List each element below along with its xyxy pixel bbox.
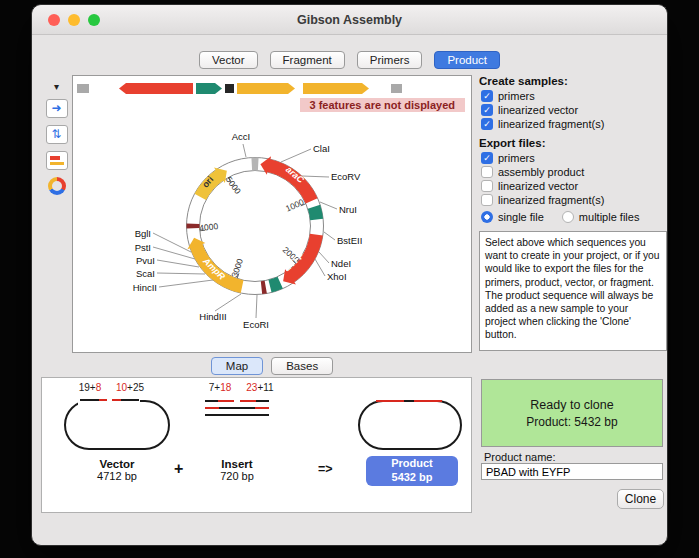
- zoom-button[interactable]: [88, 14, 100, 26]
- radio-button[interactable]: [481, 211, 493, 223]
- options-panel: Create samples: ✓primers✓linearized vect…: [479, 75, 667, 351]
- vector-bp: 4712 bp: [64, 470, 170, 482]
- radio-label: multiple files: [579, 211, 640, 223]
- enzyme-label: XhoI: [327, 271, 347, 282]
- close-button[interactable]: [48, 14, 60, 26]
- checkbox-label: linearized fragment(s): [498, 118, 604, 130]
- radio-multiple-files[interactable]: multiple files: [562, 211, 640, 223]
- arrow-operator: =>: [318, 462, 333, 476]
- plasmid-feature[interactable]: [261, 287, 265, 288]
- radio-label: single file: [498, 211, 544, 223]
- product-name-label: Product name:: [484, 451, 556, 463]
- strands-icon[interactable]: ⇅: [46, 125, 68, 144]
- enzyme-label: NruI: [339, 204, 357, 215]
- minimize-button[interactable]: [68, 14, 80, 26]
- linear-feature[interactable]: [225, 84, 234, 93]
- checkbox[interactable]: [481, 166, 493, 178]
- checkbox[interactable]: ✓: [481, 90, 493, 102]
- insert-caption: Insert 720 bp: [189, 458, 285, 482]
- import-sequence-icon[interactable]: ➜: [46, 99, 68, 118]
- linear-feature-row: [77, 83, 467, 96]
- checkbox-label: primers: [498, 90, 535, 102]
- export-linearized-fragment-s-[interactable]: linearized fragment(s): [481, 194, 667, 206]
- enzyme-line: [281, 149, 311, 162]
- export-primers[interactable]: ✓primers: [481, 152, 667, 164]
- product-label: Product: [391, 457, 433, 471]
- insert-bp: 720 bp: [189, 470, 285, 482]
- tick-label: 3000: [229, 257, 245, 278]
- checkbox-label: linearized vector: [498, 180, 578, 192]
- create-samples-list: ✓primers✓linearized vector✓linearized fr…: [479, 90, 667, 130]
- linear-feature[interactable]: [119, 83, 193, 94]
- vector-label: Vector: [64, 458, 170, 470]
- product-shape: [358, 400, 462, 450]
- enzyme-label: EcoRI: [243, 319, 269, 330]
- help-paragraph: Select above which sequences you want to…: [485, 236, 661, 289]
- tab-primers[interactable]: Primers: [357, 51, 423, 69]
- enzyme-line: [215, 294, 241, 311]
- view-button-bases[interactable]: Bases: [271, 357, 333, 375]
- linear-feature[interactable]: [77, 84, 89, 93]
- tab-fragment[interactable]: Fragment: [270, 51, 345, 69]
- checkbox-label: assembly product: [498, 166, 584, 178]
- enzyme-line: [153, 233, 191, 252]
- features-icon[interactable]: [46, 151, 68, 170]
- file-mode-radios: single filemultiple files: [481, 211, 667, 223]
- enzyme-line: [159, 280, 213, 287]
- tick-label: 5000: [224, 175, 243, 196]
- collapse-arrow-icon[interactable]: ▾: [54, 81, 59, 92]
- view-button-map[interactable]: Map: [211, 357, 263, 375]
- export-linearized-vector[interactable]: linearized vector: [481, 180, 667, 192]
- side-toolbar: ▾➜⇅: [43, 81, 70, 195]
- product-name-input[interactable]: [481, 463, 663, 480]
- insert-primer-label-right: 23+11: [238, 382, 282, 393]
- checkbox[interactable]: ✓: [481, 104, 493, 116]
- create-linearized-fragment-s-[interactable]: ✓linearized fragment(s): [481, 118, 667, 130]
- enzyme-label: HindIII: [199, 311, 226, 322]
- create-primers[interactable]: ✓primers: [481, 90, 667, 102]
- checkbox-label: primers: [498, 152, 535, 164]
- checkbox[interactable]: [481, 180, 493, 192]
- enzyme-line: [256, 295, 257, 318]
- tab-bar: VectorFragmentPrimersProduct: [32, 51, 667, 69]
- vector-primer-label-right: 10+25: [110, 382, 150, 393]
- radio-single-file[interactable]: single file: [481, 211, 544, 223]
- checkbox-label: linearized fragment(s): [498, 194, 604, 206]
- circular-map-icon[interactable]: [48, 177, 66, 195]
- assembly-diagram-panel: 19+8 10+25 Vector 4712 bp + 7+18 23+11 I…: [41, 377, 472, 513]
- checkbox[interactable]: ✓: [481, 152, 493, 164]
- plasmid-map[interactable]: 10002000300040005000AccIClaIEcoRVNruIBst…: [93, 116, 423, 351]
- radio-button[interactable]: [562, 211, 574, 223]
- window-title: Gibson Assembly: [32, 5, 667, 35]
- status-box: Ready to clone Product: 5432 bp: [481, 379, 663, 447]
- enzyme-label: ScaI: [136, 268, 155, 279]
- checkbox-label: linearized vector: [498, 104, 578, 116]
- create-linearized-vector[interactable]: ✓linearized vector: [481, 104, 667, 116]
- enzyme-label: NdeI: [331, 258, 351, 269]
- vector-primer-label-left: 19+8: [72, 382, 108, 393]
- plasmid-feature[interactable]: [270, 283, 280, 287]
- export-assembly-product[interactable]: assembly product: [481, 166, 667, 178]
- help-text: Select above which sequences you want to…: [479, 231, 667, 351]
- linear-feature[interactable]: [303, 83, 369, 94]
- linear-feature[interactable]: [391, 84, 402, 93]
- insert-label: Insert: [189, 458, 285, 470]
- tab-vector[interactable]: Vector: [199, 51, 258, 69]
- titlebar: Gibson Assembly: [32, 5, 667, 35]
- enzyme-line: [315, 259, 325, 276]
- tab-product[interactable]: Product: [434, 51, 500, 69]
- checkbox[interactable]: [481, 194, 493, 206]
- plus-operator: +: [174, 460, 183, 478]
- insert-primer-label-left: 7+18: [200, 382, 240, 393]
- enzyme-line: [157, 273, 205, 274]
- enzyme-line: [319, 252, 329, 263]
- enzyme-label: BglI: [135, 228, 151, 239]
- clone-button[interactable]: Clone: [617, 489, 664, 509]
- status-line1: Ready to clone: [530, 398, 613, 412]
- enzyme-label: PvuI: [136, 255, 155, 266]
- linear-feature[interactable]: [237, 83, 295, 94]
- linear-feature[interactable]: [196, 83, 222, 94]
- checkbox[interactable]: ✓: [481, 118, 493, 130]
- plasmid-feature[interactable]: [314, 207, 317, 220]
- sequence-map-canvas[interactable]: 3 features are not displayed 10002000300…: [72, 75, 472, 353]
